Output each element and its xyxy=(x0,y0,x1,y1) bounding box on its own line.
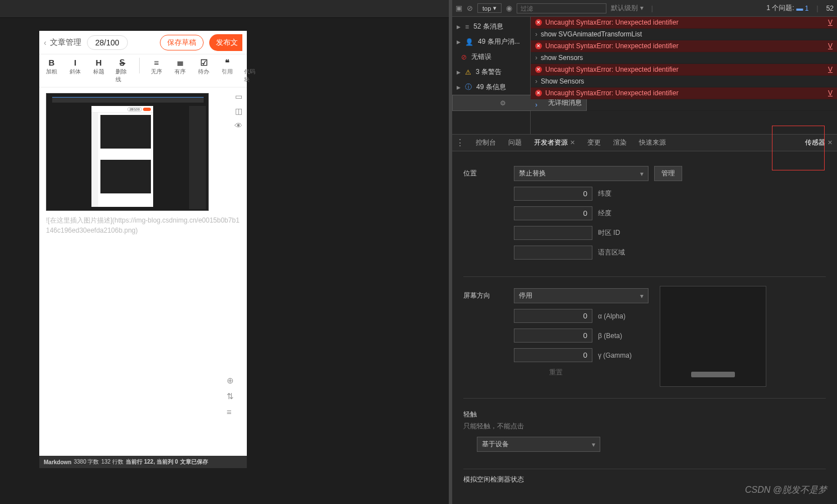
sort-icon[interactable]: ⇅ xyxy=(227,391,239,401)
console-messages: ✕Uncaught SyntaxError: Unexpected identi… xyxy=(531,17,837,134)
context-selector[interactable]: top▾ xyxy=(477,3,502,13)
beta-input[interactable] xyxy=(514,329,592,343)
location-section: 位置 禁止替换▾ 管理 纬度 经度 时区 ID 语言区域 xyxy=(463,160,826,277)
devtools-panel: ▣ ⊘ top▾ ◉ 默认级别 ▾ | 1 个问题: ▬ 1 | 52 ▶≡52… xyxy=(452,0,837,504)
longitude-input[interactable] xyxy=(514,206,592,220)
timezone-label: 时区 ID xyxy=(598,228,620,238)
drawer-menu-icon[interactable]: ⋮ xyxy=(456,137,465,148)
back-label[interactable]: 文章管理 xyxy=(50,38,81,48)
beta-label: β (Beta) xyxy=(598,332,622,340)
orientation-select[interactable]: 停用▾ xyxy=(514,288,649,303)
console-prompt[interactable]: › xyxy=(531,99,837,111)
tab-dev-resources[interactable]: 开发者资源✕ xyxy=(533,138,576,147)
sidebar-item[interactable]: ▶👤49 条用户消... xyxy=(452,34,530,49)
floating-tools: ⊕ ⇅ ≡ xyxy=(227,376,239,417)
tab-quick-source[interactable]: 快速来源 xyxy=(638,138,667,147)
sensors-panel: 位置 禁止替换▾ 管理 纬度 经度 时区 ID 语言区域 屏幕方向 停用▾ α … xyxy=(452,151,837,504)
watermark: CSDN @脱发不是梦 xyxy=(745,484,827,496)
close-icon[interactable]: ✕ xyxy=(570,139,575,146)
close-icon[interactable]: ✕ xyxy=(827,139,833,146)
embedded-image: 28/100 xyxy=(46,93,209,211)
location-select[interactable]: 禁止替换▾ xyxy=(514,166,649,181)
editor-toolbar: B加粗I斜体H标题S̶删除线≡无序≣有序☑待办❝引用代码块 xyxy=(39,54,247,87)
sidebar-item[interactable]: ▶⚠3 条警告 xyxy=(452,64,530,80)
tab-console[interactable]: 控制台 xyxy=(475,138,497,147)
console-area: ▶≡52 条消息▶👤49 条用户消... ⊘无错误▶⚠3 条警告▶ⓘ49 条信息… xyxy=(452,17,837,135)
status-saved: 文章已保存 xyxy=(180,458,208,466)
console-message[interactable]: ✕Uncaught SyntaxError: Unexpected identi… xyxy=(531,87,837,99)
eye-icon[interactable]: ◉ xyxy=(506,4,512,12)
orientation-section: 屏幕方向 停用▾ α (Alpha) β (Beta) γ (Gamma) 重置 xyxy=(463,283,826,399)
publish-button[interactable]: 发布文 xyxy=(209,34,242,51)
toolbar-斜体[interactable]: I斜体 xyxy=(68,58,82,84)
toolbar-加粗[interactable]: B加粗 xyxy=(45,58,58,84)
sidebar-item[interactable]: ⊘无错误 xyxy=(452,49,530,64)
eye-icon[interactable]: 👁 xyxy=(232,121,245,130)
status-cursor: 当前行 122, 当前列 0 xyxy=(126,458,178,466)
alpha-input[interactable] xyxy=(514,309,592,323)
toolbar-待办[interactable]: ☑待办 xyxy=(197,58,210,84)
orientation-preview[interactable] xyxy=(660,286,766,387)
longitude-label: 经度 xyxy=(598,209,611,218)
touch-section: 轻触 只能轻触，不能点击 基于设备▾ xyxy=(463,404,826,469)
alpha-label: α (Alpha) xyxy=(598,312,626,320)
console-message[interactable]: ›show SVGAnimatedTransformList xyxy=(531,29,837,40)
touch-heading: 轻触 xyxy=(463,410,826,419)
orientation-label: 屏幕方向 xyxy=(463,291,514,300)
mobile-header: ‹ 文章管理 28/100 保存草稿 发布文 xyxy=(39,31,247,54)
char-counter: 28/100 xyxy=(87,35,128,50)
timezone-input[interactable] xyxy=(514,226,592,240)
gamma-input[interactable] xyxy=(514,348,592,362)
reset-button[interactable]: 重置 xyxy=(463,368,649,377)
editor-top-strip xyxy=(0,0,449,18)
menu-icon[interactable]: ≡ xyxy=(227,407,239,417)
markdown-source-text[interactable]: ![在这里插入图片描述](https://img-blog.csdnimg.cn… xyxy=(46,215,240,235)
console-message[interactable]: ✕Uncaught SyntaxError: Unexpected identi… xyxy=(531,17,837,29)
sidebar-item[interactable]: ▶ⓘ49 条信息 xyxy=(452,80,530,95)
console-message[interactable]: ✕Uncaught SyntaxError: Unexpected identi… xyxy=(531,64,837,76)
toggle-sidebar-icon[interactable]: ▣ xyxy=(456,4,462,12)
hidden-count: 52 xyxy=(826,4,834,12)
back-icon[interactable]: ‹ xyxy=(44,38,47,47)
sidebar-item[interactable]: ▶≡52 条消息 xyxy=(452,19,530,34)
mobile-preview-frame: ‹ 文章管理 28/100 保存草稿 发布文 B加粗I斜体H标题S̶删除线≡无序… xyxy=(39,31,247,468)
status-lines: 132 行数 xyxy=(101,458,123,466)
console-message[interactable]: ›Show Sensors xyxy=(531,76,837,87)
manage-button[interactable]: 管理 xyxy=(654,166,682,181)
toolbar-删除线[interactable]: S̶删除线 xyxy=(116,58,129,84)
toolbar-代码块[interactable]: 代码块 xyxy=(244,58,257,84)
tab-issues[interactable]: 问题 xyxy=(507,138,523,147)
layout-icon-1[interactable]: ▭ xyxy=(232,92,245,101)
toolbar-标题[interactable]: H标题 xyxy=(92,58,105,84)
toolbar-引用[interactable]: ❝引用 xyxy=(220,58,234,84)
save-draft-button[interactable]: 保存草稿 xyxy=(160,35,204,50)
idle-heading: 模拟空闲检测器状态 xyxy=(463,475,826,484)
latitude-input[interactable] xyxy=(514,187,592,201)
editor-content[interactable]: ▭ ◫ 👁 28/100 ![在这里插入图片描述](https://img-bl… xyxy=(39,87,247,456)
toolbar-无序[interactable]: ≡无序 xyxy=(150,58,163,84)
status-chars: 3380 字数 xyxy=(73,458,99,466)
touch-desc: 只能轻触，不能点击 xyxy=(463,422,826,431)
tab-sensors[interactable]: 传感器✕ xyxy=(804,138,834,147)
console-message[interactable]: ✕Uncaught SyntaxError: Unexpected identi… xyxy=(531,40,837,52)
clear-console-icon[interactable]: ⊘ xyxy=(467,4,473,12)
issues-indicator[interactable]: 1 个问题: ▬ 1 xyxy=(766,3,808,13)
tab-rendering[interactable]: 渲染 xyxy=(612,138,628,147)
drawer-tabs: ⋮ 控制台 问题 开发者资源✕ 变更 渲染 快速来源 传感器✕ xyxy=(452,135,837,151)
console-message[interactable]: ›show Sensors xyxy=(531,52,837,64)
level-selector[interactable]: 默认级别 ▾ xyxy=(611,3,643,13)
layout-icon-2[interactable]: ◫ xyxy=(232,107,245,115)
toolbar-有序[interactable]: ≣有序 xyxy=(173,58,187,84)
filter-input[interactable] xyxy=(517,3,606,13)
side-view-icons: ▭ ◫ 👁 xyxy=(232,92,245,130)
console-toolbar: ▣ ⊘ top▾ ◉ 默认级别 ▾ | 1 个问题: ▬ 1 | 52 xyxy=(452,0,837,17)
status-mode: Markdown xyxy=(44,459,71,465)
locale-input[interactable] xyxy=(514,246,592,260)
touch-select[interactable]: 基于设备▾ xyxy=(477,437,600,452)
tab-changes[interactable]: 变更 xyxy=(586,138,602,147)
target-icon[interactable]: ⊕ xyxy=(227,376,239,386)
editor-status-bar: Markdown 3380 字数 132 行数 当前行 122, 当前列 0 文… xyxy=(39,456,247,468)
latitude-label: 纬度 xyxy=(598,189,611,198)
gamma-label: γ (Gamma) xyxy=(598,352,632,359)
location-label: 位置 xyxy=(463,169,514,178)
